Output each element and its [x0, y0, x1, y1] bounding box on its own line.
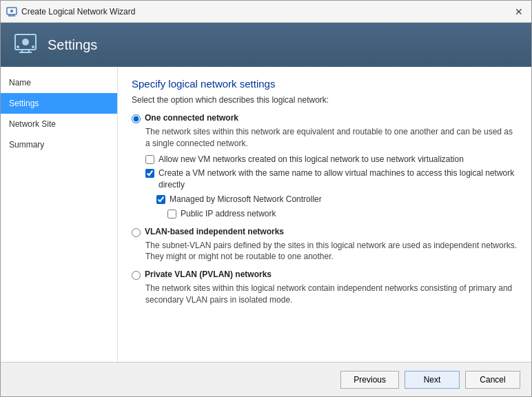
label-public-ip[interactable]: Public IP address network: [181, 208, 276, 220]
svg-point-4: [10, 10, 13, 12]
suboption-create-vm: Create a VM network with the same name t…: [145, 167, 518, 191]
svg-point-11: [32, 45, 34, 48]
desc-one-connected: The network sites within this network ar…: [145, 126, 518, 150]
checkbox-allow-vm[interactable]: [145, 155, 154, 164]
suboption-managed-nc: Managed by Microsoft Network Controller: [156, 194, 518, 205]
main-subtitle: Select the option which describes this l…: [132, 95, 518, 105]
option-one-connected: One connected network The network sites …: [132, 113, 518, 220]
header-bar: Settings: [1, 23, 531, 67]
checkbox-managed-nc[interactable]: [156, 195, 165, 204]
title-bar-left: Create Logical Network Wizard: [6, 6, 135, 17]
option-row-vlan: VLAN-based independent networks: [132, 227, 518, 237]
content-area: Name Settings Network Site Summary Speci…: [1, 67, 531, 362]
close-button[interactable]: ✕: [512, 5, 526, 19]
footer: Previous Next Cancel: [1, 362, 531, 396]
label-pvlan[interactable]: Private VLAN (PVLAN) networks: [145, 269, 272, 279]
desc-pvlan: The network sites within this logical ne…: [145, 283, 518, 306]
sidebar: Name Settings Network Site Summary: [1, 67, 118, 362]
header-icon: [12, 31, 39, 59]
sidebar-item-network-site[interactable]: Network Site: [1, 114, 117, 134]
label-vlan[interactable]: VLAN-based independent networks: [145, 227, 284, 236]
desc-vlan: The subnet-VLAN pairs defined by the sit…: [145, 240, 518, 263]
radio-pvlan[interactable]: [132, 271, 141, 280]
option-vlan: VLAN-based independent networks The subn…: [132, 227, 518, 263]
header-title: Settings: [48, 37, 97, 53]
main-panel: Specify logical network settings Select …: [118, 67, 531, 362]
sidebar-item-settings[interactable]: Settings: [1, 93, 117, 114]
checkbox-public-ip[interactable]: [167, 210, 176, 218]
window-title: Create Logical Network Wizard: [21, 7, 135, 17]
label-create-vm[interactable]: Create a VM network with the same name t…: [158, 167, 518, 191]
cancel-button[interactable]: Cancel: [465, 371, 520, 389]
wizard-window: Create Logical Network Wizard ✕ Settings…: [0, 0, 532, 397]
app-icon: [6, 6, 17, 17]
main-title: Specify logical network settings: [132, 78, 518, 90]
next-button[interactable]: Next: [405, 371, 460, 389]
option-row-pvlan: Private VLAN (PVLAN) networks: [132, 269, 518, 280]
option-pvlan: Private VLAN (PVLAN) networks The networ…: [132, 269, 518, 306]
label-one-connected[interactable]: One connected network: [145, 113, 238, 123]
sidebar-item-name[interactable]: Name: [1, 72, 117, 93]
option-row-one-connected: One connected network: [132, 113, 518, 123]
previous-button[interactable]: Previous: [340, 371, 399, 389]
radio-vlan[interactable]: [132, 228, 141, 237]
svg-point-10: [17, 45, 19, 48]
suboption-allow-vm: Allow new VM networks created on this lo…: [145, 154, 518, 165]
sub-options-connected: Allow new VM networks created on this lo…: [145, 154, 518, 220]
label-managed-nc[interactable]: Managed by Microsoft Network Controller: [170, 194, 322, 205]
suboption-public-ip: Public IP address network: [167, 208, 518, 220]
checkbox-create-vm[interactable]: [145, 169, 154, 178]
radio-one-connected[interactable]: [132, 114, 141, 123]
label-allow-vm[interactable]: Allow new VM networks created on this lo…: [158, 154, 464, 165]
title-bar: Create Logical Network Wizard ✕: [1, 1, 531, 23]
sidebar-item-summary[interactable]: Summary: [1, 134, 117, 155]
svg-point-6: [22, 39, 29, 45]
